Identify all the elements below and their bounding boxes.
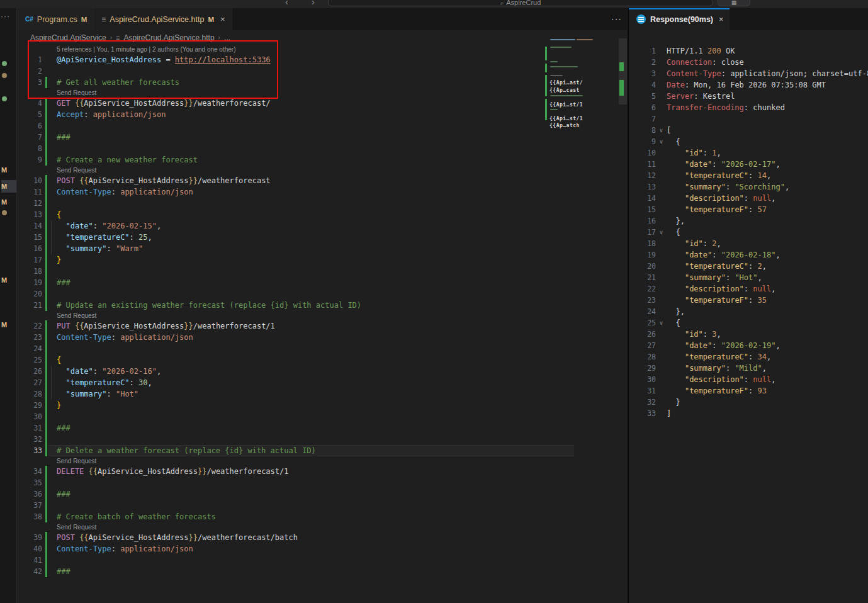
code-line[interactable]: 25{ (18, 354, 627, 366)
close-tab-icon[interactable]: × (719, 15, 723, 24)
code-line[interactable]: 27 "temperatureC": 30, (18, 377, 627, 388)
code-line[interactable]: 10POST {{ApiService_HostAddress}}/weathe… (18, 175, 627, 186)
code-line[interactable]: 12 (18, 198, 627, 209)
codelens-label[interactable]: Send Request (57, 456, 96, 466)
response-line[interactable]: 23 "temperatureF": 35 (629, 295, 868, 306)
response-line[interactable]: 33] (629, 408, 868, 419)
response-line[interactable]: 18 "id": 2, (629, 238, 868, 249)
response-line[interactable]: 31 "temperatureF": 93 (629, 385, 868, 397)
fold-chevron-icon[interactable]: ∨ (656, 125, 667, 136)
code-line[interactable]: 35 (18, 477, 627, 488)
nav-back-icon[interactable]: ‹ (285, 0, 288, 8)
code-line[interactable]: 13{ (18, 209, 627, 220)
git-modified-badge[interactable]: M (1, 196, 16, 208)
response-line[interactable]: 5Server: Kestrel (629, 91, 868, 102)
response-line[interactable]: 16 }, (629, 215, 868, 227)
response-line[interactable]: 14 "description": null, (629, 193, 868, 204)
tab-apiservice-http[interactable]: ≡ AspireCrud.ApiService.http M × (94, 8, 232, 30)
response-line[interactable]: 1HTTP/1.1 200 OK (629, 45, 868, 57)
code-line[interactable]: 29} (18, 400, 627, 411)
response-line[interactable]: 20 "temperatureC": 2, (629, 261, 868, 272)
code-line[interactable]: 24 (18, 343, 627, 354)
response-line[interactable]: 11 "date": "2026-02-17", (629, 159, 868, 170)
close-tab-icon[interactable]: × (220, 14, 225, 24)
code-line[interactable]: 15 "temperatureC": 25, (18, 232, 627, 243)
response-line[interactable]: 32 } (629, 397, 868, 408)
send-request-codelens[interactable]: Send Request (18, 456, 627, 466)
editor-code-area[interactable]: 5 references | You, 1 minute ago | 2 aut… (18, 45, 627, 603)
code-line[interactable]: 8 (18, 143, 627, 154)
send-request-codelens[interactable]: Send Request (18, 522, 627, 532)
tab-program-cs[interactable]: C# Program.cs M (18, 8, 94, 30)
git-status-dot[interactable] (2, 210, 7, 215)
git-status-dot[interactable] (2, 96, 7, 101)
response-code-area[interactable]: 1HTTP/1.1 200 OK2Connection: close3Conte… (629, 45, 868, 603)
code-line[interactable]: 17} (18, 254, 627, 266)
fold-chevron-icon[interactable]: ∨ (656, 317, 667, 329)
tab-response[interactable]: Response(90ms) × (629, 8, 730, 30)
nav-forward-icon[interactable]: › (312, 0, 315, 8)
code-line[interactable]: 22PUT {{ApiService_HostAddress}}/weather… (18, 320, 627, 332)
fold-chevron-icon[interactable]: ∨ (656, 136, 667, 147)
response-line[interactable]: 24 }, (629, 306, 868, 317)
response-line[interactable]: 8∨[ (629, 125, 868, 136)
code-line[interactable]: 6 (18, 120, 627, 132)
code-line[interactable]: 33# Delete a weather forecast (replace {… (18, 445, 627, 456)
code-line[interactable]: 37 (18, 500, 627, 511)
code-line[interactable]: 28 "summary": "Hot" (18, 388, 627, 400)
git-modified-badge[interactable]: M (1, 180, 16, 193)
git-status-dot[interactable] (2, 73, 7, 78)
sidebar-overflow-icon[interactable]: ··· (1, 12, 10, 21)
code-line[interactable]: 34DELETE {{ApiService_HostAddress}}/weat… (18, 466, 627, 477)
response-line[interactable]: 10 "id": 1, (629, 147, 868, 159)
code-line[interactable]: 18 (18, 266, 627, 277)
response-line[interactable]: 28 "temperatureC": 34, (629, 351, 868, 363)
more-actions-icon[interactable]: ··· (611, 8, 622, 30)
response-line[interactable]: 27 "date": "2026-02-19", (629, 340, 868, 351)
response-line[interactable]: 4Date: Mon, 16 Feb 2026 07:35:08 GMT (629, 79, 868, 91)
response-line[interactable]: 25∨ { (629, 317, 868, 329)
command-center-search[interactable]: ⌕AspireCrud (328, 0, 713, 6)
git-status-dot[interactable] (2, 61, 7, 66)
codelens-label[interactable]: Send Request (57, 522, 96, 532)
code-line[interactable]: 40Content-Type: application/json (18, 543, 627, 555)
code-line[interactable]: 5Accept: application/json (18, 109, 627, 120)
response-line[interactable]: 6Transfer-Encoding: chunked (629, 102, 868, 113)
response-line[interactable]: 12 "temperatureC": 14, (629, 170, 868, 181)
code-line[interactable]: 39POST {{ApiService_HostAddress}}/weathe… (18, 532, 627, 543)
response-line[interactable]: 30 "description": null, (629, 374, 868, 385)
fold-chevron-icon[interactable]: ∨ (656, 227, 667, 238)
layout-toggle-button[interactable]: ▦ (718, 0, 750, 6)
code-line[interactable]: 11Content-Type: application/json (18, 186, 627, 198)
code-line[interactable]: 23Content-Type: application/json (18, 332, 627, 343)
codelens-label[interactable]: Send Request (57, 311, 96, 320)
code-line[interactable]: 19### (18, 277, 627, 288)
send-request-codelens[interactable]: Send Request (18, 311, 627, 320)
code-line[interactable]: 32 (18, 434, 627, 445)
send-request-codelens[interactable]: Send Request (18, 166, 627, 175)
code-line[interactable]: 31### (18, 422, 627, 434)
git-modified-badge[interactable]: M (1, 318, 16, 331)
response-line[interactable]: 3Content-Type: application/json; charset… (629, 68, 868, 79)
response-line[interactable]: 7 (629, 113, 868, 125)
code-line[interactable]: 30 (18, 411, 627, 422)
response-line[interactable]: 29 "summary": "Mild", (629, 363, 868, 374)
code-line[interactable]: 21# Update an existing weather forecast … (18, 300, 627, 311)
response-line[interactable]: 17∨ { (629, 227, 868, 238)
code-line[interactable]: 4GET {{ApiService_HostAddress}}/weatherf… (18, 98, 627, 109)
code-line[interactable]: 7### (18, 132, 627, 143)
response-line[interactable]: 21 "summary": "Hot", (629, 272, 868, 283)
code-line[interactable]: 36### (18, 488, 627, 500)
response-line[interactable]: 15 "temperatureF": 57 (629, 204, 868, 215)
response-line[interactable]: 26 "id": 3, (629, 329, 868, 340)
code-line[interactable]: 42### (18, 566, 627, 577)
code-line[interactable]: 16 "summary": "Warm" (18, 243, 627, 254)
code-line[interactable]: 14 "date": "2026-02-15", (18, 220, 627, 232)
code-line[interactable]: 9# Create a new weather forecast (18, 154, 627, 166)
response-line[interactable]: 13 "summary": "Scorching", (629, 181, 868, 193)
codelens-label[interactable]: Send Request (57, 166, 96, 175)
git-modified-badge[interactable]: M (1, 164, 16, 176)
response-line[interactable]: 22 "description": null, (629, 283, 868, 295)
response-line[interactable]: 19 "date": "2026-02-18", (629, 249, 868, 261)
code-line[interactable]: 38# Create batch of weather forecasts (18, 511, 627, 522)
